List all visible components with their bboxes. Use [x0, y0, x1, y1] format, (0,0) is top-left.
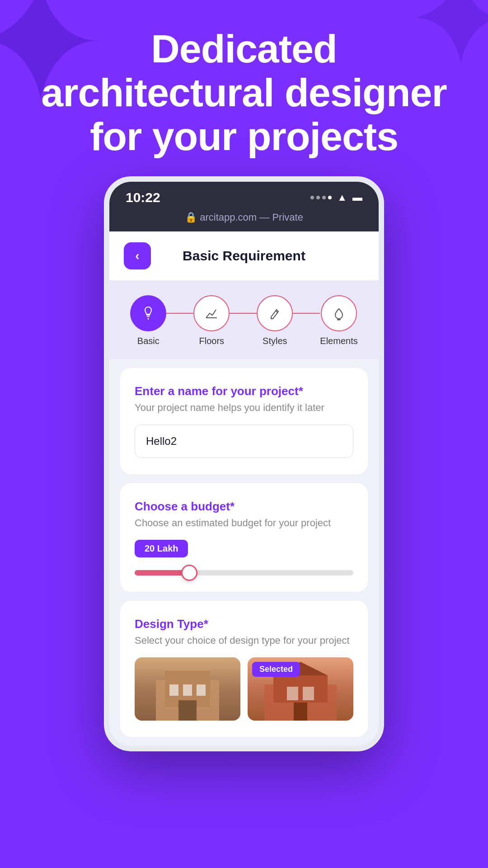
required-star-2: * — [230, 500, 235, 513]
svg-rect-16 — [287, 687, 298, 700]
step-circle-elements — [321, 295, 357, 331]
back-arrow-icon: ‹ — [135, 249, 139, 263]
url-bar: 🔒 arcitapp.com — Private — [109, 212, 379, 231]
design-type-card: Design Type* Select your choice of desig… — [120, 601, 368, 737]
design-type-subtitle: Select your choice of design type for yo… — [135, 635, 353, 646]
page-title: Basic Requirement — [151, 248, 337, 264]
budget-slider-thumb[interactable] — [181, 565, 197, 581]
svg-rect-14 — [273, 675, 328, 703]
step-label-floors: Floors — [199, 336, 225, 346]
design-option-classic[interactable]: Selected — [248, 657, 353, 721]
svg-rect-10 — [183, 684, 192, 696]
budget-badge: 20 Lakh — [135, 540, 188, 557]
budget-title-text: Choose a budget — [135, 500, 230, 513]
hero-section: Dedicated architectural designer for you… — [0, 0, 488, 176]
budget-subtitle: Choose an estimated budget for your proj… — [135, 517, 353, 529]
budget-title: Choose a budget* — [135, 500, 353, 514]
budget-card: Choose a budget* Choose an estimated bud… — [120, 483, 368, 592]
app-content: ‹ Basic Requirement Basic — [109, 231, 379, 737]
budget-slider-track[interactable] — [135, 570, 353, 576]
design-option-modern[interactable] — [135, 657, 240, 721]
app-header: ‹ Basic Requirement — [109, 231, 379, 281]
phone-frame: 10:22 ▲ ▬ 🔒 arcitapp.com — Private — [104, 176, 384, 751]
step-basic[interactable]: Basic — [130, 295, 166, 346]
signal-dots — [310, 196, 332, 199]
wifi-icon: ▲ — [337, 192, 347, 203]
step-connector-1 — [166, 313, 193, 314]
step-elements[interactable]: Elements — [320, 295, 357, 346]
step-styles[interactable]: Styles — [257, 295, 293, 346]
svg-rect-11 — [197, 684, 206, 696]
step-circle-styles — [257, 295, 293, 331]
design-type-title-text: Design Type — [135, 617, 204, 631]
step-floors[interactable]: Floors — [193, 295, 230, 346]
phone-mockup: 10:22 ▲ ▬ 🔒 arcitapp.com — Private — [0, 176, 488, 778]
design-type-title: Design Type* — [135, 617, 353, 631]
required-star-3: * — [204, 617, 208, 631]
back-button[interactable]: ‹ — [124, 242, 151, 269]
url-text: arcitapp.com — Private — [200, 212, 303, 223]
project-name-title: Enter a name for your project* — [135, 384, 353, 398]
status-bar: 10:22 ▲ ▬ — [109, 182, 379, 212]
design-type-options: Selected — [135, 657, 353, 721]
selected-badge: Selected — [252, 662, 300, 677]
status-icons: ▲ ▬ — [310, 192, 362, 203]
step-label-styles: Styles — [263, 336, 287, 346]
status-time: 10:22 — [126, 190, 160, 205]
step-circle-basic — [130, 295, 166, 331]
modern-building-illus — [135, 657, 240, 721]
project-name-input[interactable] — [135, 425, 353, 458]
progress-steps: Basic Floors — [109, 281, 379, 359]
step-label-elements: Elements — [320, 336, 357, 346]
project-name-subtitle: Your project name helps you identify it … — [135, 402, 353, 414]
lock-icon: 🔒 — [185, 212, 200, 223]
svg-rect-12 — [178, 700, 197, 721]
svg-rect-18 — [294, 703, 307, 721]
step-connector-3 — [293, 313, 320, 314]
required-star-1: * — [299, 384, 303, 398]
step-connector-2 — [230, 313, 257, 314]
svg-rect-9 — [169, 684, 178, 696]
project-name-title-text: Enter a name for your project — [135, 384, 299, 398]
battery-icon: ▬ — [352, 192, 362, 203]
step-circle-floors — [193, 295, 230, 331]
svg-rect-17 — [303, 687, 314, 700]
hero-title: Dedicated architectural designer for you… — [27, 27, 461, 158]
step-label-basic: Basic — [137, 336, 160, 346]
project-name-card: Enter a name for your project* Your proj… — [120, 368, 368, 474]
